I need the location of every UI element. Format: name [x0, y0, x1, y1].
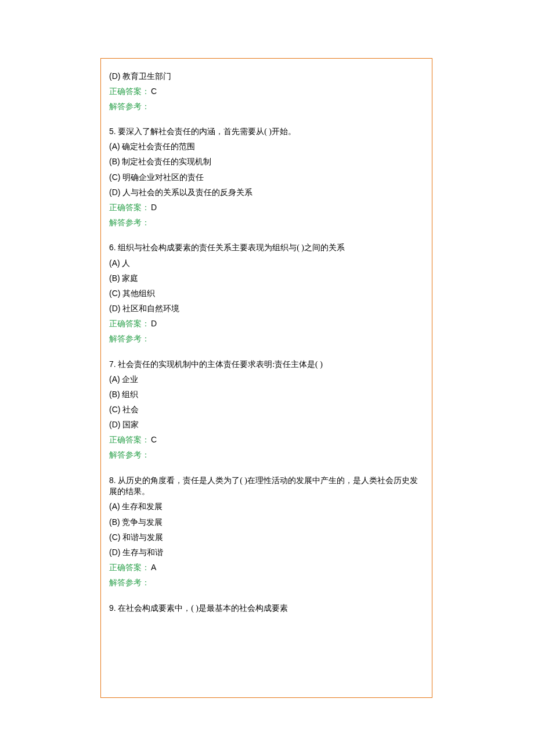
option-text: 社会 [120, 405, 139, 414]
answer-prefix: 正确答案： [109, 319, 150, 328]
option-text: 确定社会责任的范围 [120, 142, 196, 151]
option-text: 明确企业对社区的责任 [120, 173, 204, 182]
question-6-answer: 正确答案：D [109, 318, 424, 330]
answer-letter: C [151, 435, 157, 444]
option-label: (A) [109, 258, 120, 268]
option-label: (B) [109, 157, 120, 166]
option-text: 人 [120, 259, 131, 268]
question-7-stem: 7. 社会责任的实现机制中的主体责任要求表明:责任主体是( ) [109, 359, 424, 370]
option-text: 教育卫生部门 [120, 72, 171, 81]
option-text: 组织 [120, 390, 139, 399]
question-5-option-a: (A) 确定社会责任的范围 [109, 141, 424, 153]
question-8: 8. 从历史的角度看，责任是人类为了( )在理性活动的发展中产生的，是人类社会历… [109, 475, 424, 589]
question-text: 在社会构成要素中，( )是最基本的社会构成要素 [116, 604, 288, 613]
question-9-head: 9. 在社会构成要素中，( )是最基本的社会构成要素 [109, 603, 424, 614]
option-text: 制定社会责任的实现机制 [120, 157, 212, 166]
question-7-answer: 正确答案：C [109, 434, 424, 446]
question-text: 社会责任的实现机制中的主体责任要求表明:责任主体是( ) [116, 360, 323, 369]
question-6-reference: 解答参考： [109, 333, 424, 345]
question-7-option-d: (D) 国家 [109, 419, 424, 431]
question-9-stem: 9. 在社会构成要素中，( )是最基本的社会构成要素 [109, 603, 424, 614]
answer-prefix: 正确答案： [109, 87, 150, 96]
option-label: (C) [109, 289, 120, 298]
page: (D) 教育卫生部门 正确答案：C 解答参考： 5. 要深入了解社会责任的内涵，… [0, 0, 534, 756]
question-text: 组织与社会构成要素的责任关系主要表现为组织与( )之间的关系 [116, 243, 345, 252]
answer-letter: A [151, 563, 156, 572]
question-6: 6. 组织与社会构成要素的责任关系主要表现为组织与( )之间的关系 (A) 人 … [109, 242, 424, 344]
question-8-option-c: (C) 和谐与发展 [109, 532, 424, 543]
question-5-answer: 正确答案：D [109, 202, 424, 214]
answer-prefix: 正确答案： [109, 203, 150, 212]
option-text: 社区和自然环境 [120, 304, 179, 313]
option-label: (B) [109, 390, 120, 399]
question-text: 从历史的角度看，责任是人类为了( )在理性活动的发展中产生的，是人类社会历史发展… [109, 476, 418, 496]
question-5-option-d: (D) 人与社会的关系以及责任的反身关系 [109, 187, 424, 199]
question-5-option-c: (C) 明确企业对社区的责任 [109, 172, 424, 183]
option-label: (C) [109, 405, 120, 414]
option-label: (D) [109, 420, 120, 429]
option-label: (A) [109, 502, 120, 511]
question-8-stem: 8. 从历史的角度看，责任是人类为了( )在理性活动的发展中产生的，是人类社会历… [109, 475, 424, 498]
option-text: 企业 [120, 375, 139, 384]
question-6-stem: 6. 组织与社会构成要素的责任关系主要表现为组织与( )之间的关系 [109, 242, 424, 254]
question-7: 7. 社会责任的实现机制中的主体责任要求表明:责任主体是( ) (A) 企业 (… [109, 359, 424, 461]
question-number: 5. [109, 127, 116, 136]
question-7-option-c: (C) 社会 [109, 404, 424, 416]
question-8-option-b: (B) 竞争与发展 [109, 517, 424, 528]
option-label: (A) [109, 375, 120, 384]
answer-letter: D [151, 319, 157, 328]
option-label: (A) [109, 142, 120, 151]
option-label: (D) [109, 548, 120, 557]
question-7-option-b: (B) 组织 [109, 389, 424, 401]
question-4-reference: 解答参考： [109, 101, 424, 113]
question-6-option-c: (C) 其他组织 [109, 288, 424, 300]
question-number: 6. [109, 243, 116, 252]
question-number: 8. [109, 476, 116, 485]
question-number: 7. [109, 359, 116, 369]
question-8-option-a: (A) 生存和发展 [109, 501, 424, 513]
question-4-tail: (D) 教育卫生部门 正确答案：C 解答参考： [109, 71, 424, 113]
option-text: 生存与和谐 [120, 548, 163, 557]
question-6-option-d: (D) 社区和自然环境 [109, 303, 424, 315]
option-text: 其他组织 [120, 289, 155, 298]
question-8-option-d: (D) 生存与和谐 [109, 547, 424, 559]
question-6-option-b: (B) 家庭 [109, 273, 424, 285]
answer-letter: D [151, 203, 157, 212]
option-text: 和谐与发展 [120, 533, 163, 542]
content-box: (D) 教育卫生部门 正确答案：C 解答参考： 5. 要深入了解社会责任的内涵，… [100, 58, 432, 698]
question-5-option-b: (B) 制定社会责任的实现机制 [109, 156, 424, 168]
answer-prefix: 正确答案： [109, 563, 150, 572]
question-4-answer: 正确答案：C [109, 86, 424, 98]
answer-prefix: 正确答案： [109, 435, 150, 444]
answer-letter: C [151, 87, 157, 96]
question-text: 要深入了解社会责任的内涵，首先需要从( )开始。 [116, 127, 296, 136]
option-label: (C) [109, 532, 120, 542]
option-label: (D) [109, 71, 120, 81]
question-5-stem: 5. 要深入了解社会责任的内涵，首先需要从( )开始。 [109, 126, 424, 138]
question-7-reference: 解答参考： [109, 449, 424, 461]
option-text: 国家 [120, 420, 139, 429]
option-text: 生存和发展 [120, 502, 163, 511]
question-8-answer: 正确答案：A [109, 562, 424, 574]
option-text: 竞争与发展 [120, 518, 163, 527]
option-label: (D) [109, 188, 120, 197]
option-label: (C) [109, 172, 120, 182]
option-text: 家庭 [120, 274, 139, 283]
question-8-reference: 解答参考： [109, 577, 424, 589]
question-5-reference: 解答参考： [109, 217, 424, 229]
option-label: (B) [109, 517, 120, 527]
option-label: (D) [109, 304, 120, 313]
question-5: 5. 要深入了解社会责任的内涵，首先需要从( )开始。 (A) 确定社会责任的范… [109, 126, 424, 228]
option-label: (B) [109, 273, 120, 283]
question-4-option-d: (D) 教育卫生部门 [109, 71, 424, 82]
question-6-option-a: (A) 人 [109, 258, 424, 269]
question-number: 9. [109, 603, 116, 613]
option-text: 人与社会的关系以及责任的反身关系 [120, 188, 252, 197]
question-7-option-a: (A) 企业 [109, 374, 424, 386]
